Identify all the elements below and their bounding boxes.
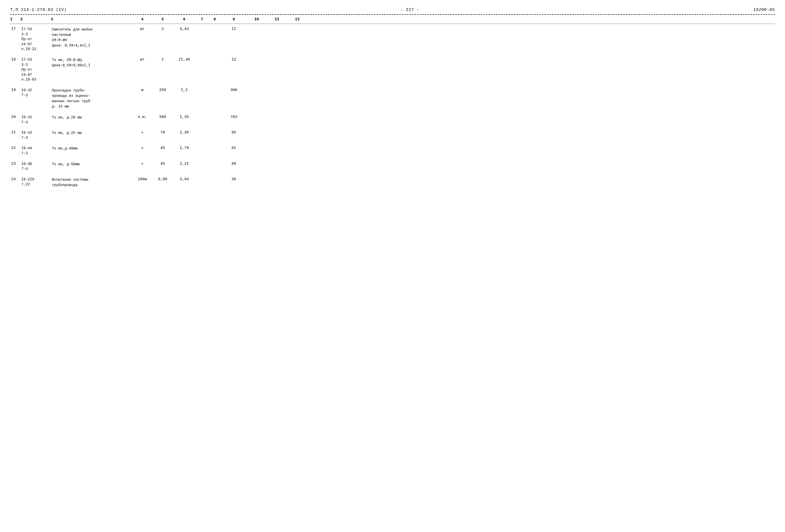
row-col7: [196, 130, 208, 131]
row-col10: [247, 130, 267, 131]
row-col12: [287, 26, 307, 27]
row-col9: 783: [221, 115, 247, 120]
row-price: I,36: [173, 130, 196, 135]
row-col8: [208, 57, 221, 58]
table-row: 2II6-43 7-3То же, д-25 мм«70I,3695: [10, 130, 775, 141]
row-code: I6-46 7-4: [20, 161, 51, 172]
row-price: 3,94: [173, 177, 196, 182]
row-qty: 45: [152, 145, 173, 151]
row-price: 5,43: [173, 26, 196, 32]
row-col7: [196, 26, 208, 27]
top-divider: [10, 14, 775, 15]
row-code: I6-4I 7-3: [20, 87, 51, 98]
col-header-10: IO: [247, 17, 267, 22]
row-col11: [267, 115, 287, 116]
row-code: I6-2I9 т.22: [20, 177, 51, 187]
row-unit: «: [132, 130, 152, 135]
row-qty: 45: [152, 161, 173, 167]
row-desc: То же,д-40мм: [51, 145, 132, 152]
row-price: I,2: [173, 87, 196, 93]
row-col8: [208, 161, 221, 162]
row-col11: [267, 26, 287, 27]
header-divider: [10, 24, 775, 24]
page-number: - I27 -: [401, 8, 419, 12]
row-col9: 99: [221, 161, 247, 167]
row-col9: 300: [221, 87, 247, 93]
row-code: I6-42 7-3: [20, 115, 51, 125]
row-col7: [196, 161, 208, 162]
row-col8: [208, 130, 221, 131]
row-col10: [247, 115, 267, 116]
row-number: 22: [10, 145, 20, 151]
row-col11: [267, 87, 287, 88]
row-col8: [208, 115, 221, 116]
row-code: I6-44 7-3: [20, 145, 51, 156]
row-col12: [287, 87, 307, 88]
row-desc: То же, д-25 мм: [51, 130, 132, 136]
row-number: I9: [10, 87, 20, 93]
row-unit: шт: [132, 57, 152, 62]
col-header-3: 3: [51, 17, 132, 22]
table-row: 22I6-44 7-3То же,д-40мм»45I,798I: [10, 145, 775, 156]
col-header-8: 8: [208, 17, 221, 22]
col-header-4: 4: [132, 17, 152, 22]
row-desc: Прокладка трубо- провода из оцинко- ванн…: [51, 87, 132, 110]
col-header-11: II: [267, 17, 287, 22]
row-col9: 30: [221, 177, 247, 182]
row-number: 23: [10, 161, 20, 167]
row-col10: [247, 26, 267, 27]
row-col10: [247, 57, 267, 58]
row-col10: [247, 177, 267, 178]
row-desc: То же, СМ-В-ШЦ Цена:0,59+9,90xI,I: [51, 57, 132, 69]
row-col7: [196, 87, 208, 88]
row-col7: [196, 115, 208, 116]
row-unit: »: [132, 145, 152, 151]
row-col7: [196, 177, 208, 178]
row-qty: 9,90: [152, 177, 173, 182]
row-unit: шт: [132, 26, 152, 32]
row-col8: [208, 26, 221, 27]
row-unit: »: [132, 161, 152, 167]
row-col12: [287, 130, 307, 131]
row-col11: [267, 130, 287, 131]
row-desc: Смеситель для мойки настенный СМ-М-ИН Це…: [51, 26, 132, 49]
row-qty: 250: [152, 87, 173, 93]
row-qty: 2: [152, 26, 173, 32]
col-header-6: 6: [173, 17, 196, 22]
col-header-7: 7: [196, 17, 208, 22]
row-desc: То же, д-50мм: [51, 161, 132, 168]
row-col10: [247, 87, 267, 88]
row-col9: IZ: [221, 57, 247, 62]
row-code: I7-53 3-3 Пр-нт 24-07 п.I8-22: [20, 26, 51, 52]
row-number: 24: [10, 177, 20, 182]
row-qty: 70: [152, 130, 173, 135]
col-header-5: 5: [152, 17, 173, 22]
row-col10: [247, 161, 267, 162]
row-col11: [267, 177, 287, 178]
row-price: I,79: [173, 145, 196, 151]
row-desc: Испытание системы трубопровода: [51, 177, 132, 188]
row-unit: 100м: [132, 177, 152, 182]
row-col11: [267, 161, 287, 162]
row-col12: [287, 161, 307, 162]
row-col12: [287, 177, 307, 178]
row-price: II,48: [173, 57, 196, 62]
row-unit: м: [132, 87, 152, 93]
row-col12: [287, 57, 307, 58]
row-col7: [196, 57, 208, 58]
column-headers: I 2 3 4 5 6 7 8 9 IO II I2: [10, 16, 775, 23]
row-number: I7: [10, 26, 20, 32]
row-col9: II: [221, 26, 247, 32]
row-number: 2I: [10, 130, 20, 135]
row-col8: [208, 87, 221, 88]
row-col12: [287, 145, 307, 146]
table-body: I7I7-53 3-3 Пр-нт 24-07 п.I8-22Смеситель…: [10, 26, 775, 188]
row-desc: То же, д-20 мм: [51, 115, 132, 121]
table-row: 23I6-46 7-4То же, д-50мм»452,2I99: [10, 161, 775, 172]
col-header-12: I2: [287, 17, 307, 22]
col-header-9: 9: [221, 17, 247, 22]
row-col9: 95: [221, 130, 247, 135]
row-col11: [267, 145, 287, 146]
col-header-2: 2: [20, 17, 51, 22]
row-qty: I: [152, 57, 173, 62]
